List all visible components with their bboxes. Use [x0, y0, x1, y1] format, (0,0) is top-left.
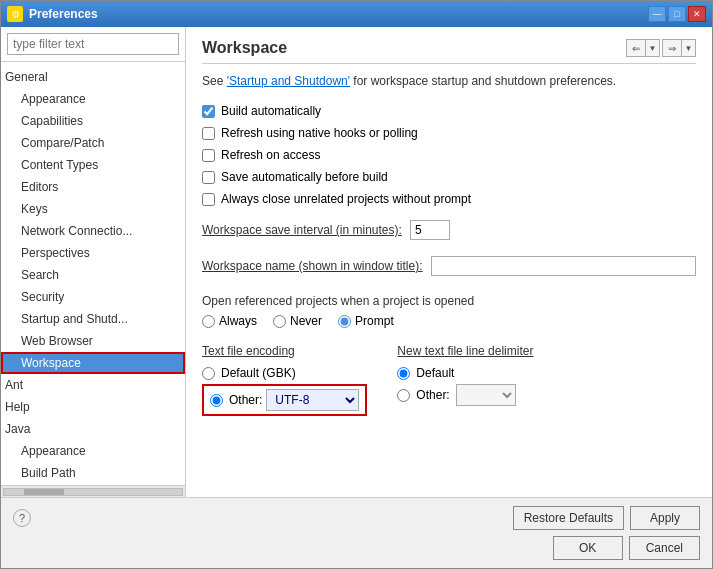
new-line-default-row[interactable]: Default [397, 366, 533, 380]
window-controls: — □ ✕ [648, 6, 706, 22]
checkbox-close-unrelated[interactable] [202, 193, 215, 206]
checkbox-label-close-unrelated[interactable]: Always close unrelated projects without … [221, 190, 471, 208]
checkbox-build-auto[interactable] [202, 105, 215, 118]
checkbox-label-refresh-native[interactable]: Refresh using native hooks or polling [221, 124, 418, 142]
encoding-default-row[interactable]: Default (GBK) [202, 366, 367, 380]
tree: GeneralAppearanceCapabilitiesCompare/Pat… [1, 62, 185, 485]
bottom-bar: ? Restore Defaults Apply OK Cancel [1, 497, 712, 568]
new-line-other-label[interactable]: Other: [397, 388, 449, 402]
dialog-title: Preferences [29, 7, 642, 21]
panel-title: Workspace [202, 39, 287, 57]
tree-item-general[interactable]: General [1, 66, 185, 88]
tree-item-appearance[interactable]: Appearance [1, 88, 185, 110]
workspace-name-input[interactable] [431, 256, 696, 276]
tree-item-compare-patch[interactable]: Compare/Patch [1, 132, 185, 154]
back-button[interactable]: ⇐ [626, 39, 646, 57]
new-line-other-row: Other: [397, 384, 533, 406]
help-button[interactable]: ? [13, 509, 31, 527]
open-projects-radio-row: Always Never Prompt [202, 314, 696, 328]
save-interval-input[interactable] [410, 220, 450, 240]
tree-item-network-connections[interactable]: Network Connectio... [1, 220, 185, 242]
checkbox-label-save-before-build[interactable]: Save automatically before build [221, 168, 388, 186]
forward-button[interactable]: ⇒ [662, 39, 682, 57]
scrollbar-track[interactable] [3, 488, 183, 496]
workspace-name-label: Workspace name (shown in window title): [202, 259, 423, 273]
tree-item-workspace[interactable]: Workspace [1, 352, 185, 374]
tree-item-search[interactable]: Search [1, 264, 185, 286]
tree-item-ant[interactable]: Ant [1, 374, 185, 396]
restore-defaults-button[interactable]: Restore Defaults [513, 506, 624, 530]
title-bar: ⚙ Preferences — □ ✕ [1, 1, 712, 27]
tree-item-capabilities[interactable]: Capabilities [1, 110, 185, 132]
dialog-icon: ⚙ [7, 6, 23, 22]
encoding-dropdown[interactable]: UTF-8 UTF-16 ISO-8859-1 GBK [266, 389, 359, 411]
bottom-main-row: ? Restore Defaults Apply [13, 506, 700, 530]
tree-item-content-types[interactable]: Content Types [1, 154, 185, 176]
right-panel: Workspace ⇐ ▼ ⇒ ▼ See 'Startup and Shutd… [186, 27, 712, 497]
nav-arrows: ⇐ ▼ ⇒ ▼ [626, 39, 696, 57]
tree-item-perspectives[interactable]: Perspectives [1, 242, 185, 264]
tree-item-java[interactable]: Java [1, 418, 185, 440]
checkbox-row-refresh-access: Refresh on access [202, 146, 696, 164]
close-button[interactable]: ✕ [688, 6, 706, 22]
new-line-title: New text file line delimiter [397, 344, 533, 358]
workspace-name-row: Workspace name (shown in window title): [202, 256, 696, 276]
checkbox-refresh-access[interactable] [202, 149, 215, 162]
checkbox-row-build-auto: Build automatically [202, 102, 696, 120]
tree-item-web-browser[interactable]: Web Browser [1, 330, 185, 352]
checkbox-refresh-native[interactable] [202, 127, 215, 140]
back-dropdown[interactable]: ▼ [646, 39, 660, 57]
checkbox-row-save-before-build: Save automatically before build [202, 168, 696, 186]
main-content: GeneralAppearanceCapabilitiesCompare/Pat… [1, 27, 712, 497]
open-projects-never[interactable]: Never [273, 314, 322, 328]
minimize-button[interactable]: — [648, 6, 666, 22]
text-encoding-col: Text file encoding Default (GBK) Other: … [202, 344, 367, 416]
open-projects-label: Open referenced projects when a project … [202, 294, 696, 308]
checkbox-save-before-build[interactable] [202, 171, 215, 184]
action-row: OK Cancel [13, 536, 700, 560]
checkbox-row-close-unrelated: Always close unrelated projects without … [202, 190, 696, 208]
checkboxes-container: Build automaticallyRefresh using native … [202, 102, 696, 212]
open-projects-always[interactable]: Always [202, 314, 257, 328]
open-projects-prompt[interactable]: Prompt [338, 314, 394, 328]
encoding-other-row[interactable]: Other: [210, 393, 262, 407]
tree-item-java-appearance[interactable]: Appearance [1, 440, 185, 462]
tree-item-security[interactable]: Security [1, 286, 185, 308]
maximize-button[interactable]: □ [668, 6, 686, 22]
tree-item-startup-shutdown[interactable]: Startup and Shutd... [1, 308, 185, 330]
checkbox-row-refresh-native: Refresh using native hooks or polling [202, 124, 696, 142]
ok-button[interactable]: OK [553, 536, 623, 560]
tree-item-editors[interactable]: Editors [1, 176, 185, 198]
save-interval-label: Workspace save interval (in minutes): [202, 223, 402, 237]
tree-item-keys[interactable]: Keys [1, 198, 185, 220]
checkbox-label-refresh-access[interactable]: Refresh on access [221, 146, 320, 164]
encoding-section: Text file encoding Default (GBK) Other: … [202, 344, 696, 416]
cancel-button[interactable]: Cancel [629, 536, 700, 560]
tree-item-help[interactable]: Help [1, 396, 185, 418]
save-interval-row: Workspace save interval (in minutes): [202, 220, 696, 240]
back-nav-group: ⇐ ▼ [626, 39, 660, 57]
left-panel: GeneralAppearanceCapabilitiesCompare/Pat… [1, 27, 186, 497]
startup-shutdown-link[interactable]: 'Startup and Shutdown' [227, 74, 350, 88]
filter-box [1, 27, 185, 62]
text-encoding-title: Text file encoding [202, 344, 367, 358]
apply-button[interactable]: Apply [630, 506, 700, 530]
new-line-col: New text file line delimiter Default Oth… [397, 344, 533, 406]
encoding-other-highlighted: Other: UTF-8 UTF-16 ISO-8859-1 GBK [202, 384, 367, 416]
info-text: See 'Startup and Shutdown' for workspace… [202, 72, 696, 90]
checkbox-label-build-auto[interactable]: Build automatically [221, 102, 321, 120]
panel-header: Workspace ⇐ ▼ ⇒ ▼ [202, 39, 696, 64]
preferences-dialog: ⚙ Preferences — □ ✕ GeneralAppearanceCap… [0, 0, 713, 569]
scrollbar-area[interactable] [1, 485, 185, 497]
forward-dropdown[interactable]: ▼ [682, 39, 696, 57]
forward-nav-group: ⇒ ▼ [662, 39, 696, 57]
new-line-dropdown[interactable] [456, 384, 516, 406]
scrollbar-thumb [24, 489, 64, 495]
right-bottom-btns: Restore Defaults Apply [513, 506, 700, 530]
filter-input[interactable] [7, 33, 179, 55]
tree-item-build-path[interactable]: Build Path [1, 462, 185, 484]
